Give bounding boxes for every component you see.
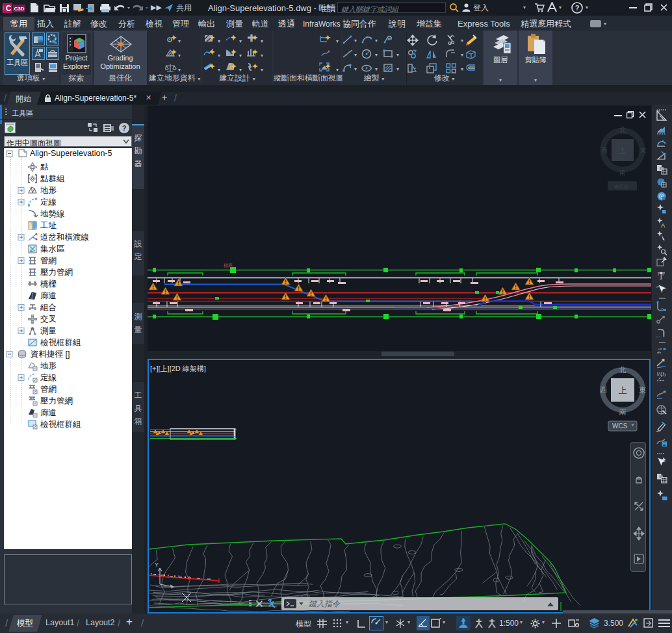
- svg-text:管網: 管網: [40, 256, 57, 265]
- svg-text:資料捷徑 []: 資料捷徑 []: [31, 350, 70, 359]
- svg-text:Align-Superelevation-5: Align-Superelevation-5: [30, 149, 112, 158]
- svg-text:東: 東: [639, 386, 646, 394]
- svg-text:上: 上: [619, 385, 627, 395]
- svg-text:定線: 定線: [40, 373, 57, 382]
- svg-text:標高: 標高: [224, 263, 233, 268]
- svg-text:交叉: 交叉: [40, 315, 57, 324]
- svg-text:A: A: [661, 222, 666, 229]
- svg-text:工址: 工址: [40, 221, 57, 230]
- svg-text:西: 西: [600, 386, 607, 394]
- svg-text:?: ?: [122, 124, 127, 132]
- svg-text:北: 北: [619, 366, 627, 374]
- svg-text:?: ?: [575, 4, 580, 12]
- svg-text:檢視框群組: 檢視框群組: [40, 420, 81, 429]
- svg-text:地形: 地形: [40, 186, 57, 195]
- svg-text:檢視框群組: 檢視框群組: [40, 338, 81, 347]
- svg-text:橋樑: 橋樑: [40, 279, 57, 289]
- svg-text:壓力管網: 壓力管網: [40, 396, 73, 406]
- svg-text:廊道: 廊道: [40, 291, 57, 300]
- svg-text:C3D: C3D: [14, 6, 24, 12]
- svg-text:定線: 定線: [40, 198, 57, 207]
- svg-text:壓力管網: 壓力管網: [40, 268, 73, 277]
- svg-text:南: 南: [619, 408, 627, 416]
- svg-text:WCS: WCS: [612, 422, 628, 430]
- svg-text:道岔和橫渡線: 道岔和橫渡線: [40, 233, 90, 242]
- svg-text:地形: 地形: [40, 361, 57, 370]
- svg-text:Y: Y: [155, 562, 159, 568]
- svg-text:集水區: 集水區: [40, 244, 65, 253]
- svg-text:測量: 測量: [40, 326, 57, 335]
- svg-text:管網: 管網: [40, 385, 57, 394]
- svg-text:點: 點: [40, 162, 49, 172]
- svg-text:地勢線: 地勢線: [40, 209, 65, 218]
- svg-text:組合: 組合: [40, 303, 57, 312]
- svg-text:廊道: 廊道: [40, 408, 57, 417]
- svg-text:C: C: [6, 4, 12, 13]
- svg-text:點群組: 點群組: [40, 174, 65, 183]
